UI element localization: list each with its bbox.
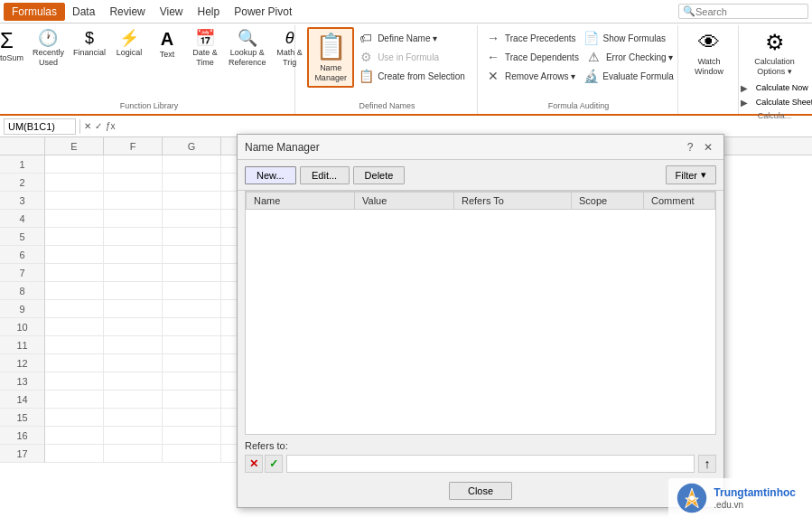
filter-button[interactable]: Filter ▾ xyxy=(666,165,716,184)
col-header-refers-to: Refers To xyxy=(454,193,572,210)
watermark: Trungtamtinhoc .edu.vn xyxy=(668,478,803,518)
watermark-text: Trungtamtinhoc .edu.vn xyxy=(714,486,796,511)
refers-to-cancel-icon[interactable]: ✕ xyxy=(245,455,263,473)
col-header-value: Value xyxy=(355,193,454,210)
svg-point-2 xyxy=(690,495,695,500)
filter-label: Filter xyxy=(676,170,697,181)
col-header-scope: Scope xyxy=(572,193,644,210)
refers-to-confirm-icon[interactable]: ✓ xyxy=(265,455,283,473)
refers-to-icons: ✕ ✓ xyxy=(245,455,283,473)
delete-button[interactable]: Delete xyxy=(353,166,406,184)
col-header-name: Name xyxy=(247,193,355,210)
dialog-close-x-button[interactable]: ✕ xyxy=(700,139,716,155)
dialog-overlay: Name Manager ? ✕ New... Edit... Delete F… xyxy=(0,0,812,527)
filter-chevron-icon: ▾ xyxy=(701,169,706,181)
dialog-toolbar: New... Edit... Delete Filter ▾ xyxy=(238,160,723,191)
refers-to-label: Refers to: xyxy=(238,435,723,455)
dialog-title-icons: ? ✕ xyxy=(682,139,716,155)
dialog-help-button[interactable]: ? xyxy=(682,139,698,155)
new-button[interactable]: New... xyxy=(245,166,296,184)
refers-to-collapse-button[interactable]: ↑ xyxy=(698,455,716,473)
refers-to-row: ✕ ✓ ↑ xyxy=(238,455,723,478)
dialog-close-row: Close xyxy=(238,478,723,507)
names-table: Name Value Refers To Scope Comment xyxy=(246,192,715,210)
edit-button[interactable]: Edit... xyxy=(300,166,350,184)
dialog-close-button[interactable]: Close xyxy=(449,482,512,500)
refers-to-input[interactable] xyxy=(286,455,695,473)
names-table-container[interactable]: Name Value Refers To Scope Comment xyxy=(245,191,716,435)
dialog-title: Name Manager xyxy=(245,141,682,154)
col-header-comment: Comment xyxy=(644,193,715,210)
dialog-title-bar: Name Manager ? ✕ xyxy=(238,135,723,160)
watermark-logo-icon xyxy=(676,482,708,514)
name-manager-dialog: Name Manager ? ✕ New... Edit... Delete F… xyxy=(237,134,724,508)
